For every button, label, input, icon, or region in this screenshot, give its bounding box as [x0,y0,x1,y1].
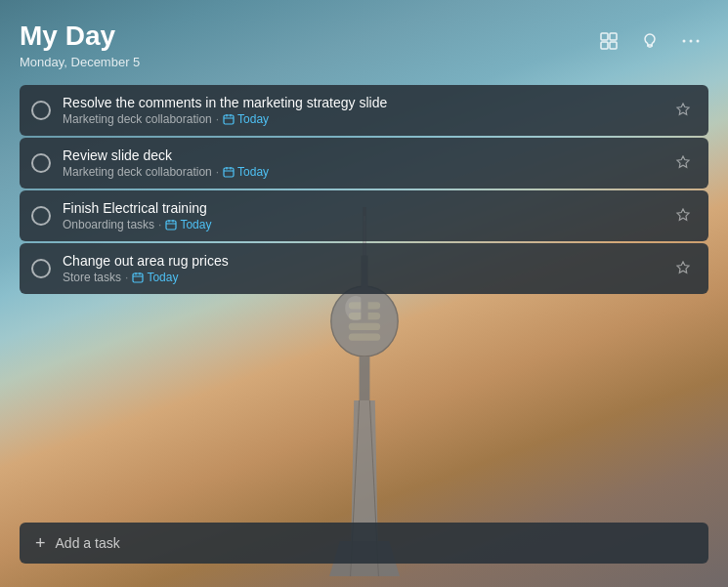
task-meta: Marketing deck collaboration · Today [63,112,669,126]
task-due: Today [223,165,269,179]
header: My Day Monday, December 5 [20,20,708,69]
calendar-icon [165,219,177,231]
task-list-name: Marketing deck collaboration [63,165,212,179]
task-content: Finish Electrical training Onboarding ta… [63,200,669,231]
task-item[interactable]: Change out area rug prices Store tasks ·… [20,243,708,294]
task-item[interactable]: Finish Electrical training Onboarding ta… [20,190,708,241]
main-overlay: My Day Monday, December 5 [0,0,728,587]
star-icon [675,155,691,171]
task-due: Today [223,112,269,126]
layout-icon [600,32,618,50]
page-title: My Day [20,20,140,53]
plus-icon: + [35,534,46,552]
task-separator: · [216,165,219,179]
task-meta: Store tasks · Today [63,271,669,284]
task-star[interactable] [669,202,697,230]
task-list-name: Store tasks [63,271,121,284]
calendar-icon [223,166,235,178]
svg-rect-18 [610,42,617,49]
task-separator: · [158,218,161,231]
svg-point-24 [697,40,700,43]
star-icon [675,103,691,118]
task-title: Change out area rug prices [63,253,669,269]
svg-point-22 [683,40,686,43]
star-icon [675,208,691,224]
add-task-bar[interactable]: + Add a task [20,523,708,564]
task-list-name: Onboarding tasks [63,218,154,231]
spacer [20,294,708,523]
task-checkbox[interactable] [31,153,51,173]
header-left: My Day Monday, December 5 [20,20,140,69]
svg-rect-15 [601,33,608,40]
layout-button[interactable] [591,23,626,59]
star-icon [675,261,691,276]
task-star[interactable] [669,97,697,124]
svg-point-23 [690,40,693,43]
task-title: Review slide deck [63,147,669,163]
suggestions-button[interactable] [632,23,667,59]
header-actions [591,23,708,59]
task-title: Finish Electrical training [63,200,669,216]
task-content: Resolve the comments in the marketing st… [63,95,669,126]
task-title: Resolve the comments in the marketing st… [63,95,669,110]
more-options-button[interactable] [673,23,708,59]
svg-rect-37 [133,273,143,282]
task-separator: · [125,271,128,284]
calendar-icon [132,272,144,283]
task-star[interactable] [669,149,697,177]
task-meta: Onboarding tasks · Today [63,218,669,231]
task-content: Change out area rug prices Store tasks ·… [63,253,669,284]
task-star[interactable] [669,255,697,282]
task-due: Today [132,271,178,284]
svg-rect-16 [610,33,617,40]
calendar-icon [223,113,235,125]
task-item[interactable]: Review slide deck Marketing deck collabo… [20,138,708,189]
svg-rect-17 [601,42,608,49]
task-meta: Marketing deck collaboration · Today [63,165,669,179]
page-subtitle: Monday, December 5 [20,55,140,69]
task-checkbox[interactable] [31,101,51,120]
task-separator: · [216,112,219,126]
add-task-label: Add a task [56,535,120,551]
task-checkbox[interactable] [31,259,51,278]
task-due: Today [165,218,211,231]
tasks-list: Resolve the comments in the marketing st… [20,85,708,294]
more-icon [682,39,700,43]
task-checkbox[interactable] [31,206,51,226]
task-content: Review slide deck Marketing deck collabo… [63,147,669,179]
svg-rect-33 [166,221,176,230]
svg-rect-25 [224,115,234,124]
task-list-name: Marketing deck collaboration [63,112,212,126]
bulb-icon [641,32,659,50]
task-item[interactable]: Resolve the comments in the marketing st… [20,85,708,136]
svg-rect-29 [224,168,234,177]
